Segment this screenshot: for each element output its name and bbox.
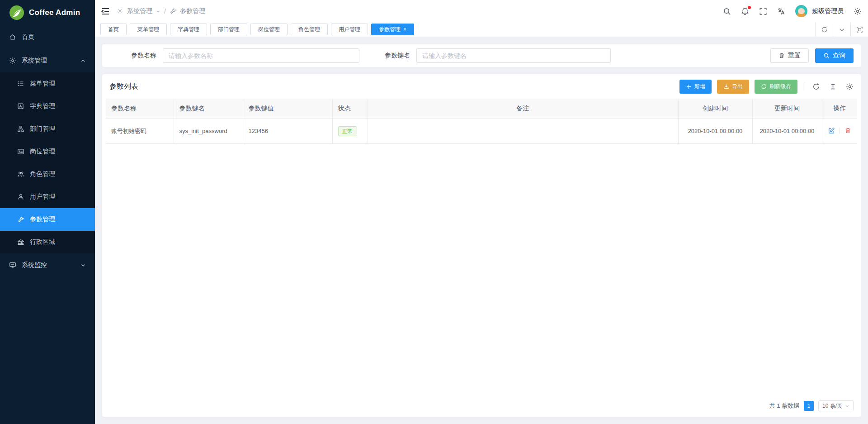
pagination: 共 1 条数据 1 10 条/页 bbox=[769, 400, 854, 411]
sidebar-item-post-management[interactable]: 岗位管理 bbox=[0, 140, 95, 163]
tab-dept-management[interactable]: 部门管理 bbox=[210, 24, 247, 35]
page-content: 参数名称 参数键名 重置 查询 参数列表 bbox=[95, 37, 868, 424]
sidebar-item-label: 首页 bbox=[22, 33, 34, 41]
fullscreen-icon[interactable] bbox=[759, 7, 767, 15]
list-icon bbox=[17, 80, 24, 87]
cell-status: 正常 bbox=[332, 119, 368, 144]
sidebar-group-label: 系统管理 bbox=[22, 57, 47, 65]
sidebar: Coffee Admin 首页 系统管理 菜单管理 字典管理 bbox=[0, 0, 95, 424]
col-status: 状态 bbox=[332, 99, 368, 119]
search-icon[interactable] bbox=[723, 7, 731, 15]
tab-user-management[interactable]: 用户管理 bbox=[331, 24, 368, 35]
sidebar-item-system-management[interactable]: 系统管理 bbox=[0, 49, 95, 72]
id-card-icon bbox=[17, 148, 24, 155]
content-fullscreen-button[interactable] bbox=[850, 22, 868, 37]
col-param-key: 参数键名 bbox=[174, 99, 243, 119]
breadcrumb-group[interactable]: 系统管理 bbox=[127, 7, 152, 15]
sidebar-item-admin-region[interactable]: 行政区域 bbox=[0, 231, 95, 253]
close-icon[interactable]: × bbox=[403, 27, 406, 32]
export-button[interactable]: 导出 bbox=[717, 80, 749, 94]
sidebar-item-dept-management[interactable]: 部门管理 bbox=[0, 118, 95, 140]
tab-menu-management[interactable]: 菜单管理 bbox=[130, 24, 167, 35]
tab-dict-management[interactable]: 字典管理 bbox=[170, 24, 207, 35]
status-badge: 正常 bbox=[338, 126, 357, 136]
cell-updated: 2020-10-01 00:00:00 bbox=[752, 119, 822, 144]
search-button-label: 查询 bbox=[833, 52, 845, 60]
trash-icon bbox=[778, 52, 785, 59]
search-filter-card: 参数名称 参数键名 重置 查询 bbox=[102, 44, 861, 67]
sidebar-item-label: 用户管理 bbox=[30, 193, 55, 201]
row-density-icon[interactable] bbox=[829, 83, 837, 91]
translate-icon[interactable] bbox=[777, 7, 785, 15]
chevron-down-icon bbox=[80, 262, 86, 268]
app-root: Coffee Admin 首页 系统管理 菜单管理 字典管理 bbox=[0, 0, 868, 424]
param-key-input[interactable] bbox=[416, 48, 611, 63]
refresh-cache-button[interactable]: 刷新缓存 bbox=[755, 80, 797, 94]
sidebar-item-dict-management[interactable]: 字典管理 bbox=[0, 95, 95, 118]
sidebar-item-param-management[interactable]: 参数管理 bbox=[0, 208, 95, 231]
username[interactable]: 超级管理员 bbox=[812, 7, 844, 15]
notification-bell[interactable] bbox=[741, 7, 749, 15]
sidebar-item-menu-management[interactable]: 菜单管理 bbox=[0, 72, 95, 95]
tab-options-button[interactable] bbox=[833, 22, 850, 37]
tab-bar: 首页 菜单管理 字典管理 部门管理 岗位管理 角色管理 用户管理 参数管理 × bbox=[95, 22, 868, 37]
toolbar-divider bbox=[805, 82, 805, 91]
table-refresh-icon[interactable] bbox=[812, 83, 820, 91]
user-avatar[interactable] bbox=[795, 5, 807, 17]
main-area: 系统管理 / 参数管理 超级管理员 bbox=[95, 0, 868, 424]
add-button[interactable]: 新增 bbox=[679, 80, 712, 94]
param-key-label: 参数键名 bbox=[385, 52, 410, 60]
tab-label: 菜单管理 bbox=[137, 26, 159, 33]
param-list-card: 参数列表 新增 导出 刷新缓存 bbox=[102, 74, 861, 417]
table-row: 账号初始密码 sys_init_password 123456 正常 2020-… bbox=[106, 119, 857, 144]
edit-icon[interactable] bbox=[828, 127, 835, 134]
chevron-down-icon bbox=[845, 404, 849, 408]
param-table: 参数名称 参数键名 参数键值 状态 备注 创建时间 更新时间 操作 账号初始密码 bbox=[106, 99, 857, 144]
plus-icon bbox=[686, 84, 692, 90]
delete-icon[interactable] bbox=[844, 127, 851, 134]
breadcrumb-current: 参数管理 bbox=[180, 7, 205, 15]
tab-label: 用户管理 bbox=[339, 26, 360, 33]
app-logo: Coffee Admin bbox=[0, 0, 95, 25]
table-header-row: 参数名称 参数键名 参数键值 状态 备注 创建时间 更新时间 操作 bbox=[106, 99, 857, 119]
tab-post-management[interactable]: 岗位管理 bbox=[250, 24, 288, 35]
tab-label: 部门管理 bbox=[218, 26, 240, 33]
sidebar-group-label: 系统监控 bbox=[22, 261, 47, 269]
user-icon bbox=[17, 193, 24, 200]
sidebar-item-role-management[interactable]: 角色管理 bbox=[0, 163, 95, 186]
tab-refresh-button[interactable] bbox=[815, 22, 833, 37]
app-title: Coffee Admin bbox=[29, 8, 80, 17]
export-button-label: 导出 bbox=[732, 83, 743, 91]
sidebar-item-user-management[interactable]: 用户管理 bbox=[0, 186, 95, 208]
refresh-cache-button-label: 刷新缓存 bbox=[769, 83, 791, 91]
page-1-button[interactable]: 1 bbox=[804, 401, 814, 411]
reset-button[interactable]: 重置 bbox=[770, 48, 809, 63]
wrench-icon bbox=[17, 216, 24, 223]
page-size-value: 10 条/页 bbox=[822, 402, 842, 410]
sidebar-item-system-monitor[interactable]: 系统监控 bbox=[0, 253, 95, 277]
breadcrumb-separator: / bbox=[164, 8, 166, 15]
cell-remark bbox=[368, 119, 678, 144]
cell-created: 2020-10-01 00:00:00 bbox=[678, 119, 752, 144]
tab-label: 首页 bbox=[108, 26, 119, 33]
col-remark: 备注 bbox=[368, 99, 678, 119]
page-size-select[interactable]: 10 条/页 bbox=[818, 400, 854, 411]
col-created: 创建时间 bbox=[678, 99, 752, 119]
sidebar-item-home[interactable]: 首页 bbox=[0, 25, 95, 49]
tab-home[interactable]: 首页 bbox=[100, 24, 127, 35]
search-button[interactable]: 查询 bbox=[815, 48, 854, 63]
bank-icon bbox=[17, 238, 24, 246]
tab-label: 字典管理 bbox=[178, 26, 199, 33]
settings-gear-icon[interactable] bbox=[854, 7, 862, 15]
tab-param-management[interactable]: 参数管理 × bbox=[371, 24, 414, 35]
sidebar-submenu-system: 菜单管理 字典管理 部门管理 岗位管理 角色管理 bbox=[0, 72, 95, 253]
param-name-input[interactable] bbox=[163, 48, 359, 63]
header-actions: 超级管理员 bbox=[723, 5, 862, 17]
monitor-icon bbox=[9, 262, 16, 269]
tab-role-management[interactable]: 角色管理 bbox=[291, 24, 328, 35]
gear-icon bbox=[9, 57, 16, 64]
tab-label: 角色管理 bbox=[298, 26, 320, 33]
sidebar-collapse-icon[interactable] bbox=[100, 6, 110, 16]
column-settings-gear-icon[interactable] bbox=[846, 83, 854, 91]
download-icon bbox=[723, 84, 729, 90]
